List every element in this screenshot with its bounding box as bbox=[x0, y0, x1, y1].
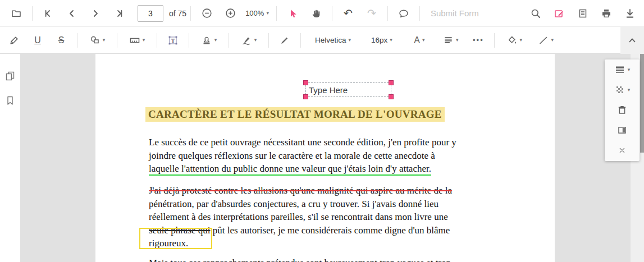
previous-page-button[interactable] bbox=[60, 0, 84, 27]
text-color-dropdown[interactable]: A ▾ bbox=[404, 27, 435, 54]
brush-style-icon[interactable] bbox=[273, 27, 296, 54]
divider bbox=[332, 6, 332, 21]
chevron-down-icon: ▾ bbox=[551, 38, 554, 43]
freehand-pen-icon[interactable] bbox=[2, 27, 26, 54]
next-page-button[interactable] bbox=[84, 0, 107, 27]
free-text-tool[interactable]: T bbox=[161, 27, 185, 54]
first-page-button[interactable] bbox=[36, 0, 60, 27]
font-family-dropdown[interactable]: Helvetica ▾ bbox=[309, 27, 357, 54]
resize-handle-top-left[interactable] bbox=[303, 80, 308, 85]
freetext-annotation[interactable]: Type Here bbox=[305, 82, 391, 97]
paragraph-3: Mais tous ces rapprochements prétendus s… bbox=[149, 256, 451, 262]
paragraph-1-line-1: Le succès de ce petit ouvrage nécessitan… bbox=[149, 136, 456, 149]
pan-tool-icon[interactable] bbox=[304, 0, 328, 27]
divider bbox=[268, 33, 269, 48]
divider bbox=[229, 33, 229, 48]
paragraph-2-line-4-rest: pût les autoriser, je me considérerais c… bbox=[211, 225, 450, 236]
pdf-webviewer: of 75 100% ▾ ↶ ↷ Submit Form bbox=[0, 0, 644, 262]
divider bbox=[32, 6, 33, 21]
divider bbox=[300, 33, 301, 48]
search-icon[interactable] bbox=[524, 0, 547, 27]
line-style-dropdown[interactable]: ▾ bbox=[530, 27, 561, 54]
chevron-down-icon: ▾ bbox=[254, 38, 257, 43]
chevron-down-icon: ▾ bbox=[628, 88, 631, 93]
font-family-value: Helvetica bbox=[315, 36, 346, 44]
select-tool-icon[interactable] bbox=[281, 0, 304, 27]
divider bbox=[387, 6, 388, 21]
scrollbar-thumb[interactable] bbox=[640, 54, 644, 153]
resize-handle-bottom-left[interactable] bbox=[303, 94, 308, 99]
page-number-input[interactable] bbox=[138, 5, 163, 22]
chevron-down-icon: ▾ bbox=[349, 38, 351, 43]
top-toolbar: of 75 100% ▾ ↶ ↷ Submit Form bbox=[0, 0, 644, 27]
rectangle-annotation[interactable] bbox=[139, 228, 212, 249]
annotation-style-panel: ▾ ▾ bbox=[605, 59, 640, 161]
bookmark-icon[interactable] bbox=[3, 93, 17, 108]
text-align-dropdown[interactable]: ▾ bbox=[435, 27, 467, 54]
divider bbox=[77, 33, 77, 48]
page-thumbnails-icon[interactable] bbox=[3, 68, 17, 83]
divider bbox=[419, 6, 420, 21]
close-panel-icon[interactable] bbox=[605, 140, 640, 160]
divider bbox=[157, 33, 157, 48]
redo-icon[interactable]: ↷ bbox=[360, 0, 383, 27]
zoom-level-value: 100% bbox=[245, 9, 264, 17]
chevron-down-icon: ▾ bbox=[143, 38, 145, 43]
measure-tool-dropdown[interactable]: ▾ bbox=[121, 27, 153, 54]
red-strikeout-annotation[interactable]: J'ai déjà protesté contre les allusions … bbox=[149, 185, 452, 196]
paragraph-3-line-1: Mais tous ces rapprochements prétendus s… bbox=[149, 256, 451, 262]
delete-annotation-icon[interactable] bbox=[605, 100, 640, 120]
chevron-down-icon: ▾ bbox=[214, 38, 217, 43]
resize-handle-top-right[interactable] bbox=[389, 80, 394, 85]
line-thickness-dropdown[interactable]: ▾ bbox=[605, 59, 640, 80]
undo-icon[interactable]: ↶ bbox=[336, 0, 360, 27]
download-icon[interactable] bbox=[618, 0, 642, 27]
underline-tool[interactable]: U bbox=[26, 27, 49, 54]
more-options-icon[interactable]: ••• bbox=[467, 27, 490, 54]
divider bbox=[276, 6, 277, 21]
divider bbox=[190, 6, 191, 21]
comment-icon[interactable] bbox=[392, 0, 415, 27]
font-size-dropdown[interactable]: 16px ▾ bbox=[366, 27, 398, 54]
document-heading-highlighted: CARACTÈRE ET LE RÉSULTAT MORAL DE L'OUVR… bbox=[145, 107, 445, 122]
chevron-down-icon: ▾ bbox=[390, 38, 392, 43]
paragraph-2-line-2: pénétration, par d'absurdes conjectures,… bbox=[149, 197, 452, 211]
signature-tool-dropdown[interactable]: ▾ bbox=[233, 27, 264, 54]
divider bbox=[117, 33, 117, 48]
collapse-toolbar-button[interactable] bbox=[620, 27, 644, 54]
chevron-down-icon: ▾ bbox=[456, 38, 459, 43]
stamp-tool-dropdown[interactable]: ▾ bbox=[193, 27, 225, 54]
green-underline-annotation[interactable]: laquelle l'attention du public donne une… bbox=[149, 163, 431, 176]
paragraph-1: Le succès de ce petit ouvrage nécessitan… bbox=[149, 136, 456, 176]
document-outline-icon[interactable] bbox=[571, 0, 595, 27]
chevron-down-icon: ▾ bbox=[520, 38, 523, 43]
fill-color-dropdown[interactable]: ▾ bbox=[499, 27, 530, 54]
paragraph-2-line-3: réellement à des interprétations pareill… bbox=[149, 210, 452, 224]
fill-style-icon[interactable] bbox=[605, 120, 640, 140]
submit-form-button[interactable]: Submit Form bbox=[431, 8, 479, 18]
folder-icon[interactable] bbox=[4, 0, 28, 27]
resize-handle-bottom-right[interactable] bbox=[389, 94, 394, 99]
zoom-level-dropdown[interactable]: 100% ▾ bbox=[245, 9, 269, 17]
edit-annotations-icon[interactable] bbox=[547, 0, 571, 27]
chevron-down-icon: ▾ bbox=[422, 38, 425, 43]
freetext-text: Type Here bbox=[309, 85, 348, 95]
divider bbox=[494, 33, 495, 48]
svg-text:T: T bbox=[171, 37, 175, 43]
chevron-down-icon: ▾ bbox=[266, 11, 269, 16]
zoom-out-icon[interactable] bbox=[195, 0, 218, 27]
divider bbox=[189, 33, 189, 48]
print-icon[interactable] bbox=[595, 0, 618, 27]
strikeout-tool[interactable]: S bbox=[49, 27, 73, 54]
chevron-down-icon: ▾ bbox=[628, 67, 631, 72]
chevron-down-icon: ▾ bbox=[103, 38, 106, 43]
format-toolbar: U S ▾ ▾ T ▾ ▾ Helvetica bbox=[0, 27, 644, 54]
pdf-page[interactable]: Type Here CARACTÈRE ET LE RÉSULTAT MORAL… bbox=[95, 54, 555, 262]
page-total-label: of 75 bbox=[169, 9, 186, 18]
last-page-button[interactable] bbox=[107, 0, 131, 27]
shapes-tool-dropdown[interactable]: ▾ bbox=[81, 27, 113, 54]
paragraph-1-line-2: joindre quelques réflexions sur le carac… bbox=[149, 149, 456, 163]
opacity-dropdown[interactable]: ▾ bbox=[605, 80, 640, 100]
font-size-value: 16px bbox=[371, 36, 387, 44]
zoom-in-icon[interactable] bbox=[218, 0, 242, 27]
